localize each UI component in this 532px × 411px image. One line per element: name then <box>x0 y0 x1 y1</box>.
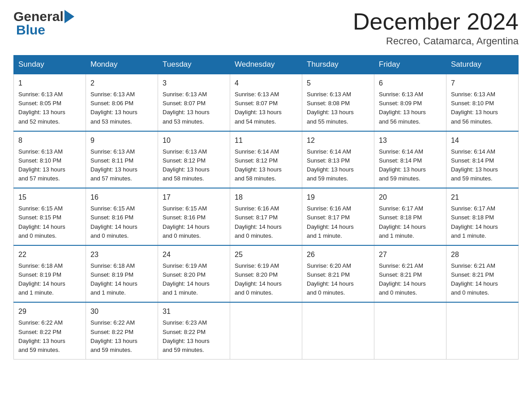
day-number: 15 <box>18 192 81 203</box>
calendar-cell: 20Sunrise: 6:17 AMSunset: 8:18 PMDayligh… <box>374 188 446 245</box>
svg-marker-0 <box>64 10 74 23</box>
day-info: Sunrise: 6:15 AMSunset: 8:16 PMDaylight:… <box>90 204 153 240</box>
calendar-week-row: 15Sunrise: 6:15 AMSunset: 8:15 PMDayligh… <box>14 188 519 245</box>
calendar-week-row: 1Sunrise: 6:13 AMSunset: 8:05 PMDaylight… <box>14 74 519 131</box>
day-number: 6 <box>379 78 442 89</box>
day-info: Sunrise: 6:19 AMSunset: 8:20 PMDaylight:… <box>235 261 297 298</box>
day-number: 18 <box>235 192 297 203</box>
day-info: Sunrise: 6:18 AMSunset: 8:19 PMDaylight:… <box>18 261 81 298</box>
calendar-cell: 9Sunrise: 6:13 AMSunset: 8:11 PMDaylight… <box>86 131 158 188</box>
calendar-week-row: 8Sunrise: 6:13 AMSunset: 8:10 PMDaylight… <box>14 131 519 188</box>
day-info: Sunrise: 6:22 AMSunset: 8:22 PMDaylight:… <box>18 318 81 355</box>
calendar-cell <box>374 302 446 359</box>
day-number: 4 <box>235 78 297 89</box>
day-header-saturday: Saturday <box>446 56 519 74</box>
calendar-cell: 23Sunrise: 6:18 AMSunset: 8:19 PMDayligh… <box>86 245 158 303</box>
calendar-cell: 17Sunrise: 6:15 AMSunset: 8:16 PMDayligh… <box>158 188 230 245</box>
calendar-table: SundayMondayTuesdayWednesdayThursdayFrid… <box>13 55 519 360</box>
logo-blue-text: Blue <box>16 22 45 38</box>
calendar-cell: 26Sunrise: 6:20 AMSunset: 8:21 PMDayligh… <box>302 245 374 303</box>
calendar-cell <box>446 302 519 359</box>
day-number: 25 <box>235 249 297 260</box>
day-info: Sunrise: 6:13 AMSunset: 8:06 PMDaylight:… <box>90 90 153 126</box>
calendar-cell: 8Sunrise: 6:13 AMSunset: 8:10 PMDaylight… <box>14 131 86 188</box>
day-number: 29 <box>18 306 81 317</box>
day-number: 31 <box>163 306 225 317</box>
day-header-monday: Monday <box>86 56 158 74</box>
calendar-cell: 19Sunrise: 6:16 AMSunset: 8:17 PMDayligh… <box>302 188 374 245</box>
day-number: 9 <box>90 135 153 146</box>
day-header-sunday: Sunday <box>14 56 86 74</box>
calendar-cell: 21Sunrise: 6:17 AMSunset: 8:18 PMDayligh… <box>446 188 519 245</box>
day-number: 17 <box>163 192 225 203</box>
day-number: 7 <box>451 78 514 89</box>
day-number: 30 <box>90 306 153 317</box>
calendar-cell: 29Sunrise: 6:22 AMSunset: 8:22 PMDayligh… <box>14 302 86 359</box>
day-info: Sunrise: 6:13 AMSunset: 8:07 PMDaylight:… <box>235 90 297 126</box>
day-number: 20 <box>379 192 442 203</box>
day-info: Sunrise: 6:13 AMSunset: 8:11 PMDaylight:… <box>90 147 153 184</box>
calendar-cell: 28Sunrise: 6:21 AMSunset: 8:21 PMDayligh… <box>446 245 519 303</box>
calendar-week-row: 29Sunrise: 6:22 AMSunset: 8:22 PMDayligh… <box>14 302 519 359</box>
day-number: 23 <box>90 249 153 260</box>
month-title: December 2024 <box>353 9 519 34</box>
subtitle: Recreo, Catamarca, Argentina <box>353 35 519 47</box>
calendar-cell: 13Sunrise: 6:14 AMSunset: 8:14 PMDayligh… <box>374 131 446 188</box>
day-info: Sunrise: 6:13 AMSunset: 8:10 PMDaylight:… <box>18 147 81 184</box>
calendar-cell: 18Sunrise: 6:16 AMSunset: 8:17 PMDayligh… <box>230 188 302 245</box>
day-number: 22 <box>18 249 81 260</box>
day-info: Sunrise: 6:14 AMSunset: 8:14 PMDaylight:… <box>451 147 514 184</box>
day-header-thursday: Thursday <box>302 56 374 74</box>
day-header-wednesday: Wednesday <box>230 56 302 74</box>
logo-arrow-icon <box>64 10 77 23</box>
calendar-cell: 16Sunrise: 6:15 AMSunset: 8:16 PMDayligh… <box>86 188 158 245</box>
day-info: Sunrise: 6:15 AMSunset: 8:16 PMDaylight:… <box>163 204 225 240</box>
calendar-cell: 5Sunrise: 6:13 AMSunset: 8:08 PMDaylight… <box>302 74 374 131</box>
day-info: Sunrise: 6:21 AMSunset: 8:21 PMDaylight:… <box>451 261 514 298</box>
day-info: Sunrise: 6:23 AMSunset: 8:22 PMDaylight:… <box>163 318 225 355</box>
calendar-cell: 14Sunrise: 6:14 AMSunset: 8:14 PMDayligh… <box>446 131 519 188</box>
day-info: Sunrise: 6:14 AMSunset: 8:12 PMDaylight:… <box>235 147 297 184</box>
day-number: 16 <box>90 192 153 203</box>
day-info: Sunrise: 6:13 AMSunset: 8:09 PMDaylight:… <box>379 90 442 126</box>
day-number: 8 <box>18 135 81 146</box>
calendar-cell: 4Sunrise: 6:13 AMSunset: 8:07 PMDaylight… <box>230 74 302 131</box>
day-number: 5 <box>307 78 369 89</box>
day-info: Sunrise: 6:18 AMSunset: 8:19 PMDaylight:… <box>90 261 153 298</box>
day-info: Sunrise: 6:13 AMSunset: 8:05 PMDaylight:… <box>18 90 81 126</box>
day-number: 2 <box>90 78 153 89</box>
day-header-tuesday: Tuesday <box>158 56 230 74</box>
day-number: 19 <box>307 192 369 203</box>
calendar-cell: 31Sunrise: 6:23 AMSunset: 8:22 PMDayligh… <box>158 302 230 359</box>
calendar-cell: 2Sunrise: 6:13 AMSunset: 8:06 PMDaylight… <box>86 74 158 131</box>
day-number: 14 <box>451 135 514 146</box>
day-number: 13 <box>379 135 442 146</box>
day-number: 3 <box>163 78 225 89</box>
calendar-cell: 27Sunrise: 6:21 AMSunset: 8:21 PMDayligh… <box>374 245 446 303</box>
day-info: Sunrise: 6:13 AMSunset: 8:12 PMDaylight:… <box>163 147 225 184</box>
day-info: Sunrise: 6:19 AMSunset: 8:20 PMDaylight:… <box>163 261 225 298</box>
day-header-friday: Friday <box>374 56 446 74</box>
day-number: 10 <box>163 135 225 146</box>
calendar-cell: 6Sunrise: 6:13 AMSunset: 8:09 PMDaylight… <box>374 74 446 131</box>
calendar-cell: 12Sunrise: 6:14 AMSunset: 8:13 PMDayligh… <box>302 131 374 188</box>
day-info: Sunrise: 6:16 AMSunset: 8:17 PMDaylight:… <box>307 204 369 240</box>
calendar-cell: 25Sunrise: 6:19 AMSunset: 8:20 PMDayligh… <box>230 245 302 303</box>
calendar-cell: 22Sunrise: 6:18 AMSunset: 8:19 PMDayligh… <box>14 245 86 303</box>
calendar-cell: 11Sunrise: 6:14 AMSunset: 8:12 PMDayligh… <box>230 131 302 188</box>
day-info: Sunrise: 6:14 AMSunset: 8:13 PMDaylight:… <box>307 147 369 184</box>
day-info: Sunrise: 6:17 AMSunset: 8:18 PMDaylight:… <box>451 204 514 240</box>
day-info: Sunrise: 6:22 AMSunset: 8:22 PMDaylight:… <box>90 318 153 355</box>
calendar-header-row: SundayMondayTuesdayWednesdayThursdayFrid… <box>14 56 519 74</box>
calendar-cell: 7Sunrise: 6:13 AMSunset: 8:10 PMDaylight… <box>446 74 519 131</box>
calendar-cell: 10Sunrise: 6:13 AMSunset: 8:12 PMDayligh… <box>158 131 230 188</box>
day-info: Sunrise: 6:15 AMSunset: 8:15 PMDaylight:… <box>18 204 81 240</box>
calendar-cell <box>230 302 302 359</box>
calendar-cell: 3Sunrise: 6:13 AMSunset: 8:07 PMDaylight… <box>158 74 230 131</box>
day-number: 27 <box>379 249 442 260</box>
calendar-cell: 30Sunrise: 6:22 AMSunset: 8:22 PMDayligh… <box>86 302 158 359</box>
title-area: December 2024 Recreo, Catamarca, Argenti… <box>353 9 519 47</box>
day-info: Sunrise: 6:14 AMSunset: 8:14 PMDaylight:… <box>379 147 442 184</box>
calendar-cell: 15Sunrise: 6:15 AMSunset: 8:15 PMDayligh… <box>14 188 86 245</box>
day-info: Sunrise: 6:16 AMSunset: 8:17 PMDaylight:… <box>235 204 297 240</box>
